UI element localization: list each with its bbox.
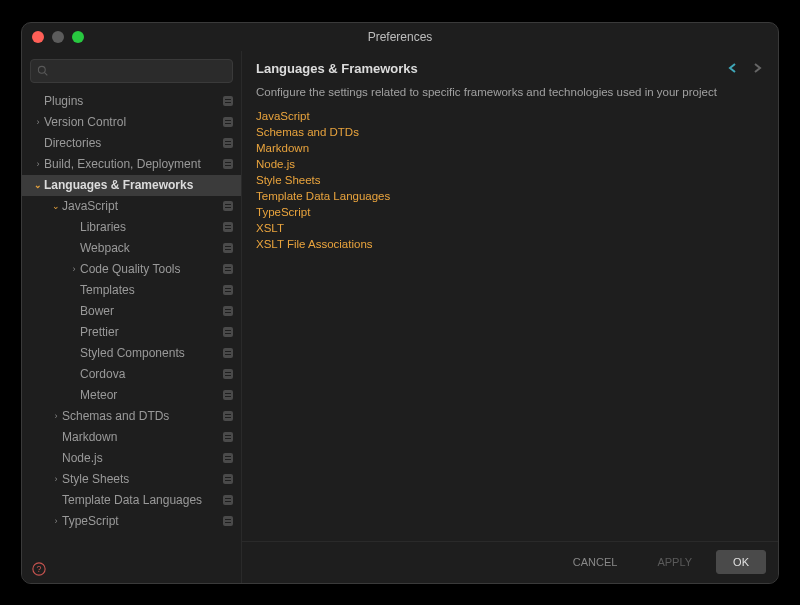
sidebar-item[interactable]: ›Code Quality Tools [22,259,241,280]
settings-link[interactable]: Node.js [256,156,764,172]
settings-link[interactable]: Schemas and DTDs [256,124,764,140]
project-badge-icon [223,222,233,232]
project-badge-icon [223,348,233,358]
sidebar-item[interactable]: Styled Components [22,343,241,364]
svg-point-0 [38,66,45,73]
project-badge-icon [223,159,233,169]
main-panel: Languages & Frameworks Configure the set… [242,51,778,583]
sidebar-item-label: Markdown [62,430,223,444]
sidebar-item[interactable]: Meteor [22,385,241,406]
sidebar-item[interactable]: ⌄JavaScript [22,196,241,217]
project-badge-icon [223,369,233,379]
sidebar-item-label: Schemas and DTDs [62,409,223,423]
settings-link[interactable]: Style Sheets [256,172,764,188]
sidebar-item[interactable]: Plugins [22,91,241,112]
project-badge-icon [223,243,233,253]
sidebar-item[interactable]: Libraries [22,217,241,238]
sidebar-item-label: Code Quality Tools [80,262,223,276]
settings-link[interactable]: JavaScript [256,108,764,124]
sidebar-item-label: Style Sheets [62,472,223,486]
sidebar-item[interactable]: Node.js [22,448,241,469]
sidebar-item[interactable]: ›Version Control [22,112,241,133]
preferences-window: Preferences Plugins›Version ControlDirec… [21,22,779,584]
search-input[interactable] [30,59,233,83]
sidebar-item-label: TypeScript [62,514,223,528]
settings-link[interactable]: XSLT [256,220,764,236]
sidebar-item[interactable]: ›TypeScript [22,511,241,532]
project-badge-icon [223,117,233,127]
back-icon[interactable] [726,61,740,75]
window-body: Plugins›Version ControlDirectories›Build… [22,51,778,583]
sidebar-item-label: Cordova [80,367,223,381]
sidebar-item-label: Meteor [80,388,223,402]
sidebar-item[interactable]: Template Data Languages [22,490,241,511]
svg-line-1 [45,72,48,75]
chevron-right-icon[interactable]: › [50,516,62,526]
project-badge-icon [223,432,233,442]
sidebar-item-label: Webpack [80,241,223,255]
sidebar-item-label: JavaScript [62,199,223,213]
chevron-right-icon[interactable]: › [32,117,44,127]
help-icon[interactable]: ? [32,562,46,576]
project-badge-icon [223,306,233,316]
forward-icon[interactable] [750,61,764,75]
chevron-right-icon[interactable]: › [68,264,80,274]
settings-link[interactable]: Template Data Languages [256,188,764,204]
project-badge-icon [223,474,233,484]
sidebar-item-label: Prettier [80,325,223,339]
window-title: Preferences [22,30,778,44]
sidebar-footer: ? [22,555,241,583]
main-header: Languages & Frameworks [242,51,778,82]
dialog-footer: CANCEL APPLY OK [242,541,778,583]
settings-tree[interactable]: Plugins›Version ControlDirectories›Build… [22,91,241,555]
settings-link[interactable]: TypeScript [256,204,764,220]
settings-link[interactable]: XSLT File Associations [256,236,764,252]
project-badge-icon [223,285,233,295]
sidebar-item[interactable]: Bower [22,301,241,322]
sidebar-item[interactable]: Cordova [22,364,241,385]
chevron-down-icon[interactable]: ⌄ [50,201,62,211]
sidebar-item[interactable]: Webpack [22,238,241,259]
sidebar-item[interactable]: ›Style Sheets [22,469,241,490]
sidebar: Plugins›Version ControlDirectories›Build… [22,51,242,583]
settings-link[interactable]: Markdown [256,140,764,156]
sidebar-item-label: Version Control [44,115,223,129]
titlebar: Preferences [22,23,778,51]
settings-links: JavaScriptSchemas and DTDsMarkdownNode.j… [242,108,778,252]
sidebar-item-label: Libraries [80,220,223,234]
sidebar-item[interactable]: Templates [22,280,241,301]
ok-button[interactable]: OK [716,550,766,574]
project-badge-icon [223,390,233,400]
sidebar-item-label: Template Data Languages [62,493,223,507]
project-badge-icon [223,516,233,526]
search-icon [37,62,48,80]
sidebar-item[interactable]: ›Build, Execution, Deployment [22,154,241,175]
sidebar-item[interactable]: ⌄Languages & Frameworks [22,175,241,196]
chevron-right-icon[interactable]: › [50,411,62,421]
project-badge-icon [223,411,233,421]
chevron-right-icon[interactable]: › [50,474,62,484]
page-description: Configure the settings related to specif… [242,82,778,108]
search-field[interactable] [52,65,226,77]
sidebar-item-label: Plugins [44,94,223,108]
sidebar-item-label: Node.js [62,451,223,465]
project-badge-icon [223,327,233,337]
sidebar-item-label: Languages & Frameworks [44,178,233,192]
project-badge-icon [223,453,233,463]
project-badge-icon [223,495,233,505]
page-title: Languages & Frameworks [256,61,726,76]
sidebar-item-label: Build, Execution, Deployment [44,157,223,171]
sidebar-item[interactable]: Directories [22,133,241,154]
sidebar-item[interactable]: ›Schemas and DTDs [22,406,241,427]
sidebar-item-label: Templates [80,283,223,297]
cancel-button[interactable]: CANCEL [557,550,634,574]
sidebar-item-label: Bower [80,304,223,318]
sidebar-item[interactable]: Markdown [22,427,241,448]
project-badge-icon [223,201,233,211]
chevron-down-icon[interactable]: ⌄ [32,180,44,190]
project-badge-icon [223,138,233,148]
svg-text:?: ? [37,564,42,574]
sidebar-item-label: Directories [44,136,223,150]
sidebar-item[interactable]: Prettier [22,322,241,343]
chevron-right-icon[interactable]: › [32,159,44,169]
